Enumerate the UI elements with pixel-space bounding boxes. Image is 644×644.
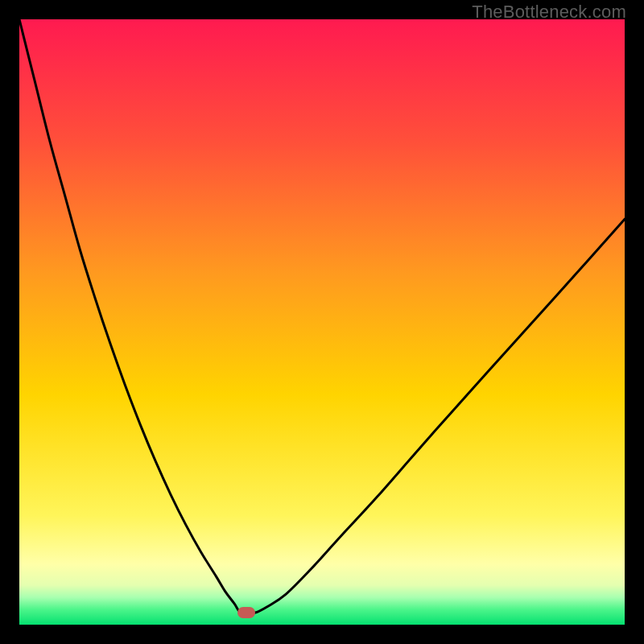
- watermark-text: TheBottleneck.com: [472, 2, 626, 23]
- bottleneck-chart: [19, 19, 625, 625]
- optimum-marker: [237, 607, 255, 618]
- chart-frame: [19, 19, 625, 625]
